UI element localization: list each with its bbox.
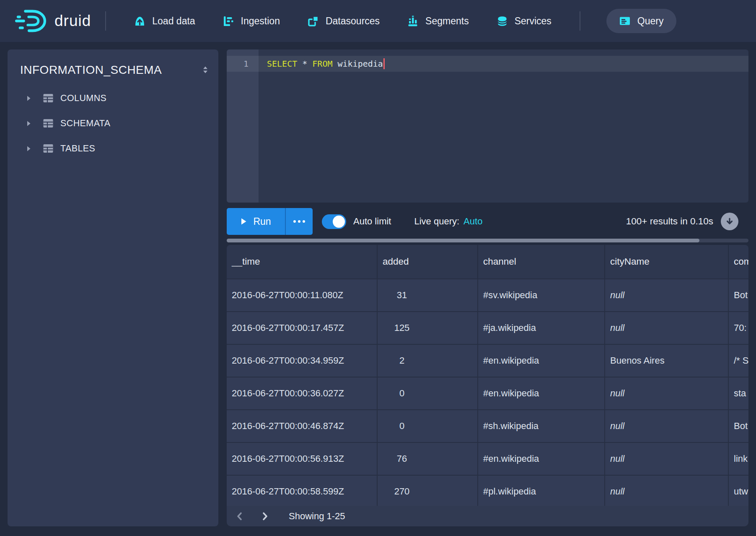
live-query-value[interactable]: Auto bbox=[463, 216, 482, 227]
cell-comment[interactable]: 70: bbox=[729, 312, 748, 344]
schema-tree: COLUMNS SCHEMATA T bbox=[8, 86, 218, 161]
results-hscrollbar-track bbox=[227, 239, 748, 242]
cell-added[interactable]: 0 bbox=[378, 410, 478, 442]
sql-editor[interactable]: 1 SELECT*FROMwikipedia bbox=[227, 49, 748, 203]
cell-time[interactable]: 2016-06-27T00:00:36.027Z bbox=[227, 377, 378, 409]
sql-star: * bbox=[302, 59, 307, 69]
nav-item-query-active[interactable]: Query bbox=[606, 9, 676, 33]
cell-added[interactable]: 31 bbox=[378, 279, 478, 311]
results-hscrollbar-thumb[interactable] bbox=[227, 239, 699, 242]
cell-added[interactable]: 270 bbox=[378, 476, 478, 506]
cell-cityName[interactable]: Buenos Aires bbox=[605, 345, 729, 377]
table-icon bbox=[42, 143, 54, 154]
table-row: 2016-06-27T00:00:58.599Z270#pl.wikipedia… bbox=[227, 475, 748, 506]
tree-item-tables[interactable]: TABLES bbox=[8, 136, 218, 161]
table-row: 2016-06-27T00:00:56.913Z76#en.wikipedian… bbox=[227, 442, 748, 475]
cell-comment[interactable]: sta bbox=[729, 377, 748, 409]
query-toolbar: Run Auto limit Live query: Auto 100+ res… bbox=[227, 208, 748, 235]
cell-cityName[interactable]: null bbox=[605, 476, 729, 506]
nav-item-label: Datasources bbox=[326, 16, 380, 27]
chevron-right-icon bbox=[25, 145, 32, 152]
cell-comment[interactable]: Bot bbox=[729, 279, 748, 311]
download-icon bbox=[725, 217, 734, 226]
database-icon bbox=[497, 16, 508, 27]
nav-item-segments[interactable]: Segments bbox=[407, 16, 469, 27]
druid-logo[interactable]: druid bbox=[15, 8, 91, 34]
run-button-group: Run bbox=[227, 208, 313, 235]
tree-item-schemata[interactable]: SCHEMATA bbox=[8, 111, 218, 136]
auto-limit-label: Auto limit bbox=[353, 216, 391, 227]
nav-item-label: Services bbox=[515, 16, 551, 27]
cell-time[interactable]: 2016-06-27T00:00:46.874Z bbox=[227, 410, 378, 442]
cell-channel[interactable]: #en.wikipedia bbox=[478, 377, 605, 409]
cell-channel[interactable]: #sv.wikipedia bbox=[478, 279, 605, 311]
console-icon bbox=[619, 15, 631, 27]
nav-item-label: Query bbox=[637, 16, 664, 27]
datasources-icon bbox=[308, 16, 319, 27]
chevron-right-icon bbox=[260, 512, 269, 521]
cell-cityName[interactable]: null bbox=[605, 377, 729, 409]
cell-comment[interactable]: /* S bbox=[729, 345, 748, 377]
nav-item-datasources[interactable]: Datasources bbox=[308, 16, 380, 27]
sql-identifier: wikipedia bbox=[337, 59, 383, 69]
cell-channel[interactable]: #pl.wikipedia bbox=[478, 476, 605, 506]
next-page-button[interactable] bbox=[258, 508, 272, 525]
column-header-comment[interactable]: comment bbox=[729, 245, 748, 278]
cell-comment[interactable]: Bot bbox=[729, 410, 748, 442]
cell-channel[interactable]: #ja.wikipedia bbox=[478, 312, 605, 344]
prev-page-button[interactable] bbox=[233, 508, 247, 525]
toggle-knob bbox=[333, 216, 345, 228]
nav-item-load-data[interactable]: Load data bbox=[134, 16, 195, 27]
column-header-added[interactable]: added bbox=[378, 245, 478, 278]
cell-added[interactable]: 76 bbox=[378, 443, 478, 475]
cell-comment[interactable]: link bbox=[729, 443, 748, 475]
pagination-bar: Showing 1-25 bbox=[227, 506, 748, 526]
table-row: 2016-06-27T00:00:36.027Z0#en.wikipedianu… bbox=[227, 377, 748, 409]
schema-sidebar: INFORMATION_SCHEMA COLUMNS bbox=[8, 49, 218, 526]
cell-time[interactable]: 2016-06-27T00:00:11.080Z bbox=[227, 279, 378, 311]
showing-label: Showing 1-25 bbox=[289, 511, 345, 522]
cell-comment[interactable]: utw bbox=[729, 476, 748, 506]
more-dots-icon bbox=[293, 220, 296, 223]
column-header-time[interactable]: __time bbox=[227, 245, 378, 278]
cell-cityName[interactable]: null bbox=[605, 410, 729, 442]
results-summary: 100+ results in 0.10s bbox=[626, 216, 713, 227]
download-button[interactable] bbox=[721, 213, 738, 230]
results-body: 2016-06-27T00:00:11.080Z31#sv.wikipedian… bbox=[227, 278, 748, 506]
double-caret-vertical-icon[interactable] bbox=[200, 65, 211, 75]
text-cursor bbox=[383, 58, 385, 69]
cell-channel[interactable]: #sh.wikipedia bbox=[478, 410, 605, 442]
cell-added[interactable]: 2 bbox=[378, 345, 478, 377]
column-header-channel[interactable]: channel bbox=[478, 245, 605, 278]
tree-item-label: SCHEMATA bbox=[60, 118, 110, 129]
tree-item-columns[interactable]: COLUMNS bbox=[8, 86, 218, 111]
nav-item-services[interactable]: Services bbox=[497, 16, 551, 27]
run-button[interactable]: Run bbox=[227, 208, 285, 235]
cell-time[interactable]: 2016-06-27T00:00:17.457Z bbox=[227, 312, 378, 344]
cell-channel[interactable]: #en.wikipedia bbox=[478, 443, 605, 475]
ingestion-chart-icon bbox=[223, 16, 234, 27]
play-icon bbox=[241, 218, 247, 225]
cell-cityName[interactable]: null bbox=[605, 279, 729, 311]
results-header-row: __time added channel cityName comment bbox=[227, 245, 748, 278]
tree-item-label: COLUMNS bbox=[60, 93, 106, 104]
run-more-button[interactable] bbox=[285, 208, 313, 235]
cell-cityName[interactable]: null bbox=[605, 443, 729, 475]
cell-time[interactable]: 2016-06-27T00:00:56.913Z bbox=[227, 443, 378, 475]
sql-line: SELECT*FROMwikipedia bbox=[267, 56, 385, 72]
column-header-cityname[interactable]: cityName bbox=[605, 245, 729, 278]
sql-keyword: FROM bbox=[312, 59, 332, 69]
table-row: 2016-06-27T00:00:17.457Z125#ja.wikipedia… bbox=[227, 311, 748, 344]
druid-logo-icon bbox=[15, 8, 48, 34]
brand-name: druid bbox=[54, 12, 91, 30]
cell-added[interactable]: 0 bbox=[378, 377, 478, 409]
cell-cityName[interactable]: null bbox=[605, 312, 729, 344]
cell-time[interactable]: 2016-06-27T00:00:34.959Z bbox=[227, 345, 378, 377]
cell-time[interactable]: 2016-06-27T00:00:58.599Z bbox=[227, 476, 378, 506]
cell-added[interactable]: 125 bbox=[378, 312, 478, 344]
nav-item-ingestion[interactable]: Ingestion bbox=[223, 16, 280, 27]
cell-channel[interactable]: #en.wikipedia bbox=[478, 345, 605, 377]
nav-item-label: Segments bbox=[425, 16, 469, 27]
table-icon bbox=[42, 92, 54, 104]
auto-limit-toggle[interactable] bbox=[322, 214, 346, 229]
